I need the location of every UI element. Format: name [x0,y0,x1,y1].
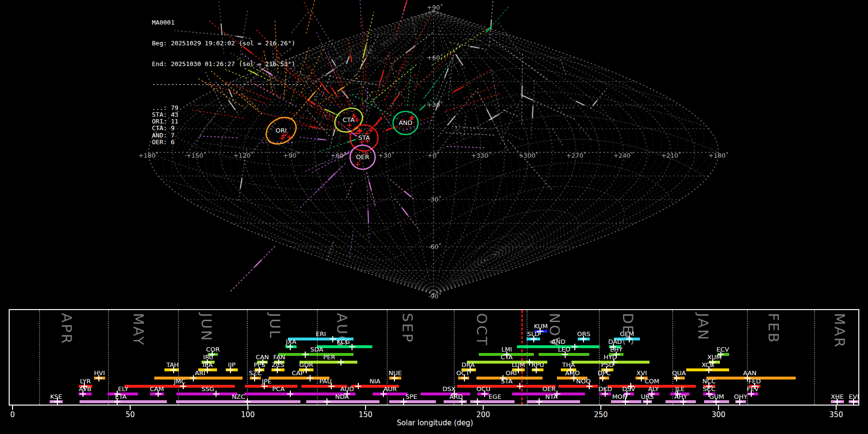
x-tick-label: 150 [351,410,380,419]
longitude-label: +330˚ [471,152,491,159]
meteor-streak [420,106,424,110]
shower-label: SZC [233,370,277,376]
shower-label: HYD [589,354,632,360]
radiant-label: OER [356,153,369,161]
latitude-label: +60˚ [427,54,443,61]
x-axis-title: Solar longitude (deg) [363,419,507,427]
shower-label: COR [191,346,235,353]
meteor-trail [502,132,525,141]
meteor-trail [438,88,478,136]
month-label: FEB [765,313,782,344]
month-label: JAN [695,313,711,341]
shower-label: ETA [99,393,143,400]
shower-label: NCC [688,378,731,384]
meteor-trail [346,183,353,200]
shower-label: SLD [512,331,555,337]
meteor-trail [394,86,404,98]
shower-label: ORI [489,370,533,376]
x-tick [247,406,248,410]
meteor-streak [348,140,355,142]
month-label: APR [58,313,75,345]
shower-label: JPE [245,378,288,384]
shower-label: KCG [322,339,365,345]
longitude-label: +180˚ [708,152,729,159]
shower-label: ARI [178,370,222,376]
shower-label: FEV [731,386,774,392]
shower-label: LEO [542,346,586,353]
longitude-label: +210˚ [661,152,681,159]
shower-count-legend: ...: 79STA: 43ORI: 11CTA: 9AND: 7OER: 6 [152,105,303,146]
x-tick [600,406,601,410]
shower-label: EGE [473,393,516,400]
radiant-meteor-mark [347,123,352,128]
shower-label: AND [537,339,580,345]
shower-label: PCA [257,386,300,392]
shower-bar-NDA [306,400,380,403]
shower-label: NIA [353,378,397,384]
shower-label: LYR [64,378,107,384]
meteor-trail [302,94,336,118]
meteor-streak [321,83,328,93]
shower-label: AUD [326,386,369,392]
x-tick-label: 0 [0,410,27,419]
station-id: MA0001 [152,19,303,26]
shower-label: AUR [368,386,412,392]
shower-label: QUA [657,370,701,376]
shower-label: NUE [374,370,417,376]
month-label: OCT [474,313,490,347]
shower-label: THA [547,362,590,368]
shower-label: GDR [285,362,328,368]
x-tick-label: 250 [586,410,615,419]
month-label: JUN [198,313,215,342]
shower-label: ARD [434,393,478,400]
shower-label: DRA [447,362,490,368]
month-label: JUL [267,313,283,339]
shower-label: NTA [530,393,573,400]
legend-count-row: AND: 7 [152,132,303,139]
sky-map-svg: ORICTASTAANDOER+180˚+150˚+120˚+90˚+60˚+3… [0,0,868,311]
shower-label: COM [630,378,674,384]
x-tick-label: 100 [233,410,262,419]
longitude-label: +240˚ [613,152,634,159]
session-begin: Beg: 20251029 19:02:02 (sol = 216.26°) [152,40,303,47]
x-tick [130,406,131,410]
shower-label: IRC [187,354,230,360]
longitude-label: +120˚ [233,152,254,159]
x-tick-label: 200 [469,410,498,419]
shower-label: STA [485,378,529,384]
shower-bar-SPE [389,400,436,403]
month-label: SEP [399,313,416,343]
legend-count-row: OER: 6 [152,139,303,146]
meteor-trail [470,110,506,131]
meteor-streak [394,95,398,101]
meteor-trail [230,246,275,292]
radiant-label: CTA [343,116,355,123]
month-label: MAY [130,313,147,346]
meteor-trail [447,147,484,148]
x-tick [365,406,366,410]
shower-label: XUM [693,354,736,360]
month-boundary-line [39,310,40,405]
shower-label: ERI [299,331,342,337]
meteor-trail [304,148,355,172]
meteor-trail [552,129,564,147]
meteor-trail [306,0,318,33]
shower-label: AAN [728,370,772,376]
shower-label: CAM [135,386,178,392]
shower-label: CAP [276,370,320,376]
meteor-trail [500,100,520,144]
shower-label: FAN [258,354,301,360]
shower-label: HVI [78,370,121,376]
shower-label: ORS [562,331,606,337]
radiant-group-AND: AND [393,111,418,135]
meteor-streak [487,109,492,119]
meteor-trail [299,163,345,209]
longitude-label: +270˚ [566,152,586,159]
longitude-label: +300˚ [518,152,539,159]
radiant-sky-map: ORICTASTAANDOER+180˚+150˚+120˚+90˚+60˚+3… [0,0,868,311]
shower-bar-NZC [176,400,300,403]
shower-label: OCT [441,370,485,376]
meteor-streak [532,107,533,118]
meteor-trail [578,124,591,139]
month-label: MAR [831,313,848,349]
